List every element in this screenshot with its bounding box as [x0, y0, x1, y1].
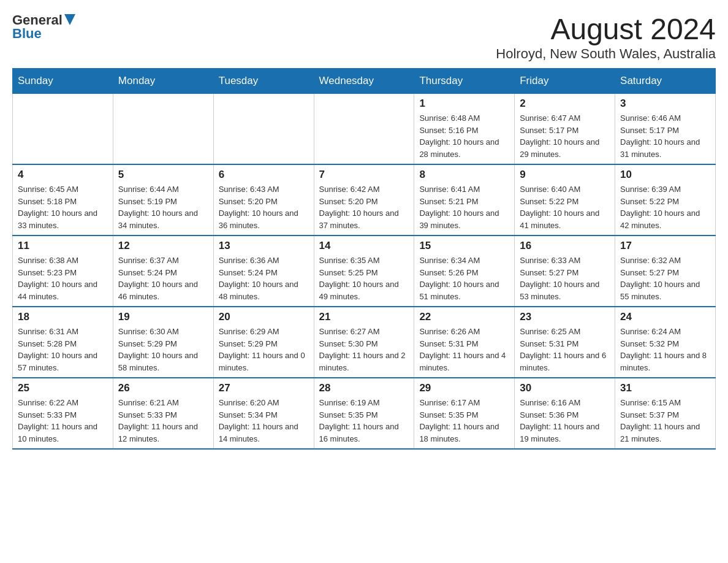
weekday-header-wednesday: Wednesday: [314, 69, 414, 94]
day-number: 5: [118, 169, 208, 181]
day-info: Sunrise: 6:47 AM Sunset: 5:17 PM Dayligh…: [520, 112, 610, 160]
week-row-5: 25Sunrise: 6:22 AM Sunset: 5:33 PM Dayli…: [13, 378, 716, 449]
week-row-3: 11Sunrise: 6:38 AM Sunset: 5:23 PM Dayli…: [13, 236, 716, 307]
day-number: 20: [219, 311, 309, 323]
calendar-cell: 7Sunrise: 6:42 AM Sunset: 5:20 PM Daylig…: [314, 164, 414, 236]
calendar-cell: 20Sunrise: 6:29 AM Sunset: 5:29 PM Dayli…: [213, 307, 314, 378]
day-info: Sunrise: 6:19 AM Sunset: 5:35 PM Dayligh…: [319, 397, 409, 445]
day-info: Sunrise: 6:21 AM Sunset: 5:33 PM Dayligh…: [118, 397, 208, 445]
calendar-cell: 28Sunrise: 6:19 AM Sunset: 5:35 PM Dayli…: [314, 378, 414, 449]
week-row-4: 18Sunrise: 6:31 AM Sunset: 5:28 PM Dayli…: [13, 307, 716, 378]
calendar-cell: 3Sunrise: 6:46 AM Sunset: 5:17 PM Daylig…: [615, 94, 716, 165]
weekday-header-saturday: Saturday: [615, 69, 716, 94]
day-info: Sunrise: 6:39 AM Sunset: 5:22 PM Dayligh…: [620, 183, 710, 231]
day-info: Sunrise: 6:35 AM Sunset: 5:25 PM Dayligh…: [319, 255, 409, 302]
day-number: 26: [118, 382, 208, 394]
calendar-cell: 4Sunrise: 6:45 AM Sunset: 5:18 PM Daylig…: [13, 164, 113, 236]
calendar-cell: 31Sunrise: 6:15 AM Sunset: 5:37 PM Dayli…: [615, 378, 716, 449]
day-info: Sunrise: 6:34 AM Sunset: 5:26 PM Dayligh…: [419, 255, 509, 302]
calendar-cell: 19Sunrise: 6:30 AM Sunset: 5:29 PM Dayli…: [113, 307, 213, 378]
day-number: 16: [520, 240, 610, 252]
calendar-cell: 27Sunrise: 6:20 AM Sunset: 5:34 PM Dayli…: [213, 378, 314, 449]
day-number: 10: [620, 169, 710, 181]
calendar-cell: 5Sunrise: 6:44 AM Sunset: 5:19 PM Daylig…: [113, 164, 213, 236]
calendar-cell: 12Sunrise: 6:37 AM Sunset: 5:24 PM Dayli…: [113, 236, 213, 307]
day-info: Sunrise: 6:48 AM Sunset: 5:16 PM Dayligh…: [419, 112, 509, 160]
day-number: 15: [419, 240, 509, 252]
logo-triangle-icon: [64, 14, 75, 25]
day-info: Sunrise: 6:22 AM Sunset: 5:33 PM Dayligh…: [18, 397, 108, 445]
day-info: Sunrise: 6:29 AM Sunset: 5:29 PM Dayligh…: [219, 326, 309, 373]
day-number: 8: [419, 169, 509, 181]
logo-blue-text: Blue: [12, 26, 42, 42]
calendar-cell: 16Sunrise: 6:33 AM Sunset: 5:27 PM Dayli…: [515, 236, 615, 307]
day-info: Sunrise: 6:24 AM Sunset: 5:32 PM Dayligh…: [620, 326, 710, 373]
calendar-cell: 21Sunrise: 6:27 AM Sunset: 5:30 PM Dayli…: [314, 307, 414, 378]
calendar-cell: 6Sunrise: 6:43 AM Sunset: 5:20 PM Daylig…: [213, 164, 314, 236]
calendar-cell: 30Sunrise: 6:16 AM Sunset: 5:36 PM Dayli…: [515, 378, 615, 449]
calendar-cell: 22Sunrise: 6:26 AM Sunset: 5:31 PM Dayli…: [414, 307, 515, 378]
day-info: Sunrise: 6:45 AM Sunset: 5:18 PM Dayligh…: [18, 183, 108, 231]
day-info: Sunrise: 6:31 AM Sunset: 5:28 PM Dayligh…: [18, 326, 108, 373]
day-info: Sunrise: 6:25 AM Sunset: 5:31 PM Dayligh…: [520, 326, 610, 373]
weekday-header-row: SundayMondayTuesdayWednesdayThursdayFrid…: [13, 69, 716, 94]
day-number: 29: [419, 382, 509, 394]
day-number: 13: [219, 240, 309, 252]
day-info: Sunrise: 6:15 AM Sunset: 5:37 PM Dayligh…: [620, 397, 710, 445]
day-info: Sunrise: 6:36 AM Sunset: 5:24 PM Dayligh…: [219, 255, 309, 302]
logo: General Blue: [12, 12, 75, 42]
calendar-cell: 24Sunrise: 6:24 AM Sunset: 5:32 PM Dayli…: [615, 307, 716, 378]
weekday-header-thursday: Thursday: [414, 69, 515, 94]
calendar-cell: 14Sunrise: 6:35 AM Sunset: 5:25 PM Dayli…: [314, 236, 414, 307]
day-number: 28: [319, 382, 409, 394]
week-row-1: 1Sunrise: 6:48 AM Sunset: 5:16 PM Daylig…: [13, 94, 716, 165]
calendar-cell: 1Sunrise: 6:48 AM Sunset: 5:16 PM Daylig…: [414, 94, 515, 165]
calendar-cell: 17Sunrise: 6:32 AM Sunset: 5:27 PM Dayli…: [615, 236, 716, 307]
day-number: 24: [620, 311, 710, 323]
weekday-header-tuesday: Tuesday: [213, 69, 314, 94]
day-number: 23: [520, 311, 610, 323]
day-number: 6: [219, 169, 309, 181]
day-info: Sunrise: 6:44 AM Sunset: 5:19 PM Dayligh…: [118, 183, 208, 231]
day-info: Sunrise: 6:27 AM Sunset: 5:30 PM Dayligh…: [319, 326, 409, 373]
day-number: 12: [118, 240, 208, 252]
weekday-header-monday: Monday: [113, 69, 213, 94]
day-number: 30: [520, 382, 610, 394]
calendar-cell: [314, 94, 414, 165]
calendar-cell: 2Sunrise: 6:47 AM Sunset: 5:17 PM Daylig…: [515, 94, 615, 165]
page-header: General Blue August 2024 Holroyd, New So…: [12, 12, 716, 62]
calendar-cell: 26Sunrise: 6:21 AM Sunset: 5:33 PM Dayli…: [113, 378, 213, 449]
day-number: 31: [620, 382, 710, 394]
weekday-header-sunday: Sunday: [13, 69, 113, 94]
calendar-cell: 10Sunrise: 6:39 AM Sunset: 5:22 PM Dayli…: [615, 164, 716, 236]
day-info: Sunrise: 6:37 AM Sunset: 5:24 PM Dayligh…: [118, 255, 208, 302]
day-number: 17: [620, 240, 710, 252]
day-info: Sunrise: 6:32 AM Sunset: 5:27 PM Dayligh…: [620, 255, 710, 302]
day-info: Sunrise: 6:41 AM Sunset: 5:21 PM Dayligh…: [419, 183, 509, 231]
day-info: Sunrise: 6:40 AM Sunset: 5:22 PM Dayligh…: [520, 183, 610, 231]
month-title: August 2024: [496, 12, 716, 46]
calendar-table: SundayMondayTuesdayWednesdayThursdayFrid…: [12, 68, 716, 450]
calendar-cell: 25Sunrise: 6:22 AM Sunset: 5:33 PM Dayli…: [13, 378, 113, 449]
day-info: Sunrise: 6:20 AM Sunset: 5:34 PM Dayligh…: [219, 397, 309, 445]
day-info: Sunrise: 6:43 AM Sunset: 5:20 PM Dayligh…: [219, 183, 309, 231]
day-info: Sunrise: 6:46 AM Sunset: 5:17 PM Dayligh…: [620, 112, 710, 160]
day-info: Sunrise: 6:38 AM Sunset: 5:23 PM Dayligh…: [18, 255, 108, 302]
calendar-cell: 18Sunrise: 6:31 AM Sunset: 5:28 PM Dayli…: [13, 307, 113, 378]
calendar-cell: 13Sunrise: 6:36 AM Sunset: 5:24 PM Dayli…: [213, 236, 314, 307]
day-number: 19: [118, 311, 208, 323]
day-number: 2: [520, 98, 610, 110]
day-info: Sunrise: 6:42 AM Sunset: 5:20 PM Dayligh…: [319, 183, 409, 231]
title-area: August 2024 Holroyd, New South Wales, Au…: [496, 12, 716, 62]
calendar-cell: [213, 94, 314, 165]
day-number: 27: [219, 382, 309, 394]
calendar-cell: [13, 94, 113, 165]
location-title: Holroyd, New South Wales, Australia: [496, 46, 716, 62]
day-number: 21: [319, 311, 409, 323]
day-number: 22: [419, 311, 509, 323]
day-info: Sunrise: 6:16 AM Sunset: 5:36 PM Dayligh…: [520, 397, 610, 445]
calendar-cell: 15Sunrise: 6:34 AM Sunset: 5:26 PM Dayli…: [414, 236, 515, 307]
day-info: Sunrise: 6:17 AM Sunset: 5:35 PM Dayligh…: [419, 397, 509, 445]
day-number: 4: [18, 169, 108, 181]
day-number: 11: [18, 240, 108, 252]
